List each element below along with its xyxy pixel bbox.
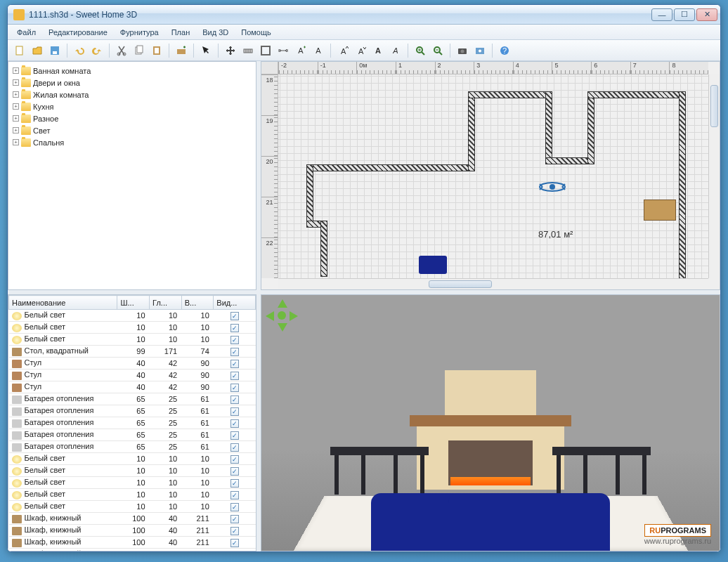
nav-center-icon[interactable]: [278, 311, 286, 320]
visible-checkbox[interactable]: ✓: [230, 515, 239, 523]
table-row[interactable]: Батарея отопления652561✓: [9, 405, 256, 417]
visible-checkbox[interactable]: ✓: [230, 372, 239, 380]
wall[interactable]: [468, 91, 475, 171]
create-text-button[interactable]: A: [293, 43, 308, 58]
text-smaller-button[interactable]: A: [353, 43, 368, 58]
table-row[interactable]: Шкаф, книжный10040211✓: [9, 513, 256, 525]
table-row[interactable]: Стул404290✓: [9, 381, 256, 393]
tree-item[interactable]: +Спальня: [10, 136, 254, 148]
menu-помощь[interactable]: Помощь: [236, 27, 276, 38]
wall[interactable]: [587, 91, 686, 98]
select-button[interactable]: [198, 43, 214, 58]
tree-item[interactable]: +Разное: [10, 112, 254, 124]
close-button[interactable]: ✕: [696, 8, 717, 21]
nav-right-icon[interactable]: [290, 311, 298, 321]
expand-icon[interactable]: +: [13, 67, 19, 74]
nav-down-icon[interactable]: [278, 323, 287, 332]
nav-up-icon[interactable]: [278, 299, 287, 308]
help-button[interactable]: ?: [497, 43, 512, 58]
table-row[interactable]: Белый свет101010✓: [9, 465, 256, 477]
wall[interactable]: [545, 91, 552, 164]
table-row[interactable]: Стул404290✓: [9, 370, 256, 381]
copy-button[interactable]: [131, 43, 147, 58]
create-walls-button[interactable]: [240, 43, 256, 58]
table-row[interactable]: Шкаф, книжный7240211✓: [9, 549, 256, 551]
wall[interactable]: [468, 91, 552, 98]
table-row[interactable]: Белый свет101010✓: [9, 501, 256, 513]
minimize-button[interactable]: —: [651, 8, 672, 21]
wall[interactable]: [679, 91, 686, 278]
open-button[interactable]: [30, 43, 45, 58]
visible-checkbox[interactable]: ✓: [230, 551, 239, 551]
scroll-thumb[interactable]: [429, 280, 492, 288]
visible-checkbox[interactable]: ✓: [230, 407, 239, 416]
scroll-thumb[interactable]: [710, 85, 718, 127]
visible-checkbox[interactable]: ✓: [230, 479, 239, 488]
col-header[interactable]: Вид...: [214, 296, 256, 310]
visible-checkbox[interactable]: ✓: [230, 491, 239, 499]
visible-checkbox[interactable]: ✓: [230, 527, 239, 535]
menu-вид 3d[interactable]: Вид 3D: [197, 27, 233, 38]
table-row[interactable]: Батарея отопления652561✓: [9, 429, 256, 441]
tree-item[interactable]: +Кухня: [10, 100, 254, 112]
wall[interactable]: [306, 164, 475, 171]
table-row[interactable]: Белый свет101010✓: [9, 453, 256, 465]
undo-button[interactable]: [72, 43, 87, 58]
table-row[interactable]: Батарея отопления652561✓: [9, 441, 256, 453]
furniture-item[interactable]: [644, 200, 676, 221]
visible-checkbox[interactable]: ✓: [230, 467, 239, 476]
table-row[interactable]: Стул404290✓: [9, 358, 256, 370]
visible-checkbox[interactable]: ✓: [230, 503, 239, 511]
visible-checkbox[interactable]: ✓: [230, 455, 239, 464]
plan-2d[interactable]: -2-10м12345678 1819202122: [261, 62, 720, 289]
plan-canvas[interactable]: 87,01 м²: [278, 74, 708, 278]
tree-item[interactable]: +Ванная комната: [10, 65, 254, 77]
wall[interactable]: [320, 221, 327, 277]
new-button[interactable]: [12, 43, 27, 58]
visible-checkbox[interactable]: ✓: [230, 336, 239, 344]
italic-button[interactable]: A: [388, 43, 403, 58]
table-row[interactable]: Шкаф, книжный10040211✓: [9, 537, 256, 549]
pan-button[interactable]: [223, 43, 238, 58]
add-text-button[interactable]: A: [311, 43, 326, 58]
visible-checkbox[interactable]: ✓: [230, 348, 239, 356]
maximize-button[interactable]: ☐: [674, 8, 695, 21]
tree-item[interactable]: +Жилая комната: [10, 89, 254, 100]
visible-checkbox[interactable]: ✓: [230, 419, 239, 428]
create-dimension-button[interactable]: [275, 43, 291, 58]
col-header[interactable]: Ш...: [117, 296, 150, 310]
create-room-button[interactable]: [258, 43, 273, 58]
menu-фурнитура[interactable]: Фурнитура: [115, 27, 164, 38]
menu-редактирование[interactable]: Редактирование: [44, 27, 112, 38]
menu-план[interactable]: План: [167, 27, 195, 38]
paste-button[interactable]: [149, 43, 164, 58]
camera-button[interactable]: [455, 43, 470, 58]
col-header[interactable]: Гл...: [150, 296, 182, 310]
redo-button[interactable]: [89, 43, 105, 58]
table-row[interactable]: Белый свет101010✓: [9, 489, 256, 501]
titlebar[interactable]: 1111.sh3d - Sweet Home 3D — ☐ ✕: [8, 5, 720, 25]
visible-checkbox[interactable]: ✓: [230, 384, 239, 392]
wall[interactable]: [306, 164, 313, 228]
furniture-item[interactable]: [419, 256, 447, 274]
visible-checkbox[interactable]: ✓: [230, 324, 239, 332]
zoom-out-button[interactable]: [430, 43, 446, 58]
tree-item[interactable]: +Двери и окна: [10, 77, 254, 89]
table-row[interactable]: Батарея отопления652561✓: [9, 417, 256, 429]
plan-scrollbar-v[interactable]: [708, 74, 720, 278]
expand-icon[interactable]: +: [13, 103, 19, 110]
visible-checkbox[interactable]: ✓: [230, 312, 239, 320]
table-row[interactable]: Белый свет101010✓: [9, 334, 256, 346]
col-header[interactable]: В...: [181, 296, 214, 310]
table-row[interactable]: Белый свет101010✓: [9, 322, 256, 334]
save-button[interactable]: [47, 43, 63, 58]
table-row[interactable]: Стол, квадратный9917174✓: [9, 346, 256, 358]
zoom-in-button[interactable]: [412, 43, 428, 58]
table-row[interactable]: Белый свет101010✓: [9, 310, 256, 322]
view-3d[interactable]: RUPROGRAMS www.ruprograms.ru: [261, 295, 720, 551]
expand-icon[interactable]: +: [13, 127, 19, 133]
visible-checkbox[interactable]: ✓: [230, 396, 239, 404]
visible-checkbox[interactable]: ✓: [230, 360, 239, 368]
add-furniture-button[interactable]: [174, 43, 189, 58]
camera-icon[interactable]: [538, 180, 566, 194]
